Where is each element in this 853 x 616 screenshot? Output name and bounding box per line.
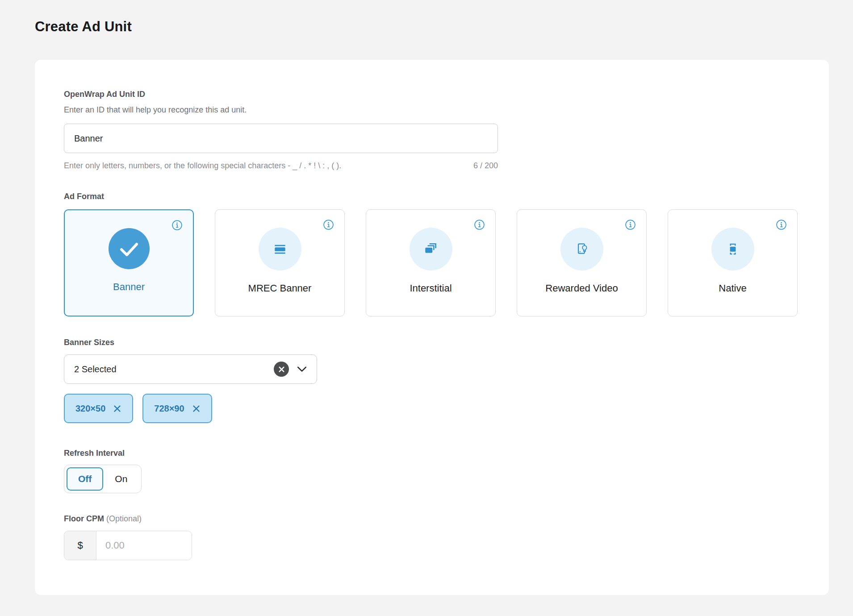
banner-sizes-label: Banner Sizes	[64, 337, 800, 347]
rewarded-video-icon	[560, 228, 603, 271]
create-ad-unit-card: OpenWrap Ad Unit ID Enter an ID that wil…	[35, 60, 829, 595]
ad-unit-id-help: Enter an ID that will help you recognize…	[64, 105, 800, 115]
ad-format-option-banner[interactable]: Banner	[64, 209, 194, 316]
floor-cpm-label-text: Floor CPM	[64, 514, 104, 523]
size-chip-label: 320×50	[75, 404, 105, 414]
ad-unit-id-validation-hint: Enter only letters, numbers, or the foll…	[64, 161, 341, 171]
check-icon	[109, 228, 150, 269]
format-label-mrec-banner: MREC Banner	[248, 283, 312, 294]
floor-cpm-label: Floor CPM (Optional)	[64, 514, 800, 524]
refresh-interval-toggle: Off On	[64, 465, 142, 493]
page-title: Create Ad Unit	[35, 19, 853, 35]
refresh-interval-off-button[interactable]: Off	[67, 467, 103, 491]
info-icon[interactable]	[624, 219, 636, 231]
format-label-banner: Banner	[113, 281, 145, 293]
banner-sizes-dropdown[interactable]: 2 Selected	[64, 354, 317, 384]
interstitial-icon	[410, 228, 452, 271]
format-label-interstitial: Interstitial	[410, 283, 452, 294]
floor-cpm-input-group: $	[64, 531, 192, 560]
info-icon[interactable]	[322, 219, 335, 231]
currency-symbol: $	[64, 531, 96, 560]
ad-format-option-mrec-banner[interactable]: MREC Banner	[215, 209, 345, 316]
remove-size-icon[interactable]	[192, 404, 201, 413]
char-counter: 6 / 200	[473, 161, 498, 171]
ad-format-option-native[interactable]: Native	[668, 209, 798, 316]
remove-size-icon[interactable]	[113, 404, 121, 413]
clear-selection-icon[interactable]	[274, 362, 289, 377]
info-icon[interactable]	[775, 219, 787, 231]
format-label-rewarded-video: Rewarded Video	[545, 283, 618, 294]
refresh-interval-label: Refresh Interval	[64, 448, 800, 458]
banner-sizes-selected-summary: 2 Selected	[74, 364, 274, 375]
info-icon[interactable]	[473, 219, 485, 231]
ad-unit-id-input[interactable]	[64, 124, 498, 153]
ad-format-option-interstitial[interactable]: Interstitial	[366, 209, 496, 316]
chevron-down-icon	[297, 366, 307, 372]
info-icon[interactable]	[171, 219, 183, 231]
floor-cpm-input[interactable]	[96, 531, 192, 560]
ad-format-label: Ad Format	[64, 191, 800, 201]
ad-unit-id-label: OpenWrap Ad Unit ID	[64, 89, 800, 99]
size-chip-320x50: 320×50	[64, 394, 133, 423]
size-chip-label: 728×90	[154, 404, 184, 414]
size-chip-728x90: 728×90	[142, 394, 212, 423]
mrec-banner-icon	[259, 228, 301, 271]
format-label-native: Native	[719, 283, 746, 294]
selected-sizes-list: 320×50 728×90	[64, 394, 800, 423]
ad-format-option-rewarded-video[interactable]: Rewarded Video	[517, 209, 647, 316]
ad-format-options: Banner MREC Banner	[64, 209, 800, 316]
refresh-interval-on-button[interactable]: On	[103, 467, 139, 491]
native-icon	[711, 228, 754, 271]
floor-cpm-optional-note: (Optional)	[106, 514, 142, 523]
